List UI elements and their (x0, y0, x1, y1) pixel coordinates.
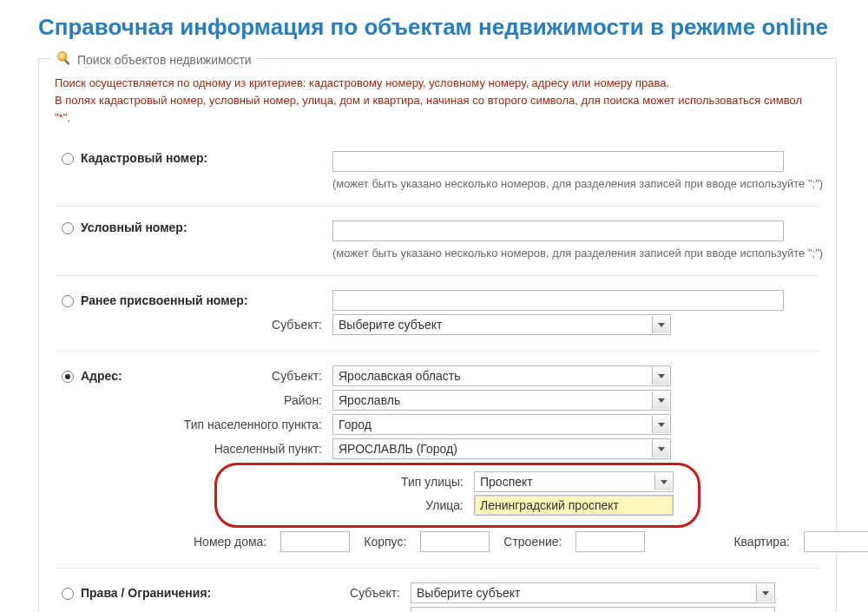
svg-rect-1 (64, 60, 69, 65)
flat-input[interactable] (804, 531, 868, 552)
loc-type-value: Город (339, 418, 372, 431)
conditional-hint: (может быть указано несколько номеров, д… (332, 247, 823, 260)
label-flat: Квартира: (733, 535, 789, 549)
radio-rights[interactable] (62, 588, 74, 600)
label-conditional: Условный номер: (81, 220, 332, 234)
svg-point-0 (58, 52, 68, 62)
rights-subject-select[interactable]: Выберите субъект (411, 582, 775, 603)
label-cadastral: Кадастровый номер: (81, 151, 332, 165)
highlight-annotation: Тип улицы: Проспект Улица: (214, 463, 700, 528)
radio-cadastral[interactable] (62, 153, 74, 165)
label-previous: Ранее присвоенный номер: (81, 293, 332, 307)
label-building: Строение: (503, 535, 562, 549)
search-fieldset: Поиск объектов недвижимости Поиск осущес… (38, 58, 837, 612)
house-input[interactable] (280, 531, 350, 552)
chevron-down-icon (652, 316, 669, 333)
label-rights-subject: Субъект: (246, 586, 411, 600)
radio-conditional[interactable] (62, 222, 74, 234)
label-house: Номер дома: (194, 535, 266, 549)
building-input[interactable] (575, 531, 645, 552)
warning-line-1: Поиск осуществляется по одному из критер… (55, 75, 820, 92)
label-rights: Права / Ограничения: (81, 586, 246, 600)
chevron-down-icon (756, 584, 773, 602)
label-locality: Населенный пункт: (81, 442, 332, 456)
korpus-input[interactable] (420, 531, 490, 552)
chevron-down-icon (652, 416, 669, 433)
label-prev-subject: Субъект: (81, 318, 332, 332)
rights-subject-value: Выберите субъект (417, 586, 521, 600)
prev-subject-value: Выберите субъект (339, 318, 443, 332)
search-legend: Поиск объектов недвижимости (51, 50, 257, 69)
label-korpus: Корпус: (364, 535, 406, 549)
magnifier-icon (56, 50, 77, 69)
right-no-input[interactable] (411, 607, 775, 612)
chevron-down-icon (652, 367, 669, 385)
warning-text: Поиск осуществляется по одному из критер… (55, 75, 820, 127)
chevron-down-icon (652, 440, 669, 457)
street-type-select[interactable]: Проспект (474, 471, 674, 492)
label-loc-type: Тип населенного пункта: (81, 418, 332, 431)
street-input[interactable] (474, 495, 674, 516)
addr-subject-select[interactable]: Ярославская область (332, 365, 671, 386)
rayon-value: Ярославль (339, 393, 400, 407)
addr-subject-value: Ярославская область (339, 369, 460, 383)
label-address: Адрес: (81, 369, 156, 383)
conditional-input[interactable] (332, 220, 784, 241)
chevron-down-icon (652, 392, 669, 409)
street-type-value: Проспект (480, 475, 533, 489)
label-street-type: Тип улицы: (222, 475, 474, 489)
previous-input[interactable] (332, 290, 784, 311)
label-street: Улица: (222, 498, 474, 512)
cadastral-input[interactable] (332, 151, 784, 172)
locality-select[interactable]: ЯРОСЛАВЛЬ (Город) (332, 438, 671, 459)
locality-value: ЯРОСЛАВЛЬ (Город) (339, 442, 457, 456)
radio-previous[interactable] (62, 295, 74, 307)
cadastral-hint: (может быть указано несколько номеров, д… (332, 177, 823, 190)
search-legend-text: Поиск объектов недвижимости (77, 53, 252, 67)
warning-line-2: В полях кадастровый номер, условный номе… (55, 92, 820, 127)
radio-address[interactable] (62, 371, 74, 383)
prev-subject-select[interactable]: Выберите субъект (332, 314, 671, 335)
rayon-select[interactable]: Ярославль (332, 390, 671, 411)
label-rayon: Район: (81, 393, 332, 407)
page-title: Справочная информация по объектам недвиж… (38, 14, 837, 41)
label-addr-subject: Субъект: (156, 369, 332, 383)
chevron-down-icon (654, 473, 672, 490)
loc-type-select[interactable]: Город (332, 414, 671, 435)
